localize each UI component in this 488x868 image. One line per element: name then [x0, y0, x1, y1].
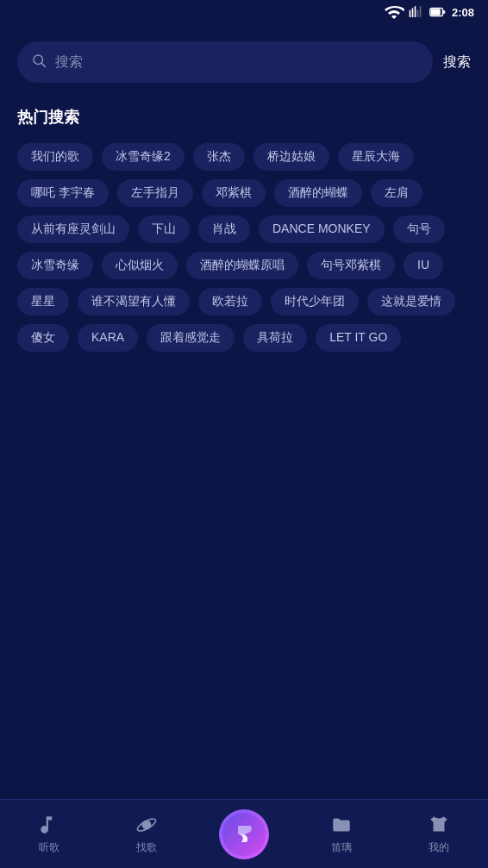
- hot-search-title: 热门搜索: [17, 107, 471, 128]
- nav-item-folder[interactable]: 笛璃: [293, 814, 391, 855]
- tag-item[interactable]: 邓紫棋: [202, 179, 266, 207]
- planet-icon: [135, 814, 158, 836]
- svg-rect-2: [442, 10, 445, 14]
- status-icons: 2:08: [384, 2, 474, 22]
- tag-item[interactable]: 傻女: [17, 324, 69, 352]
- svg-point-5: [141, 820, 151, 829]
- search-icon: [31, 53, 47, 72]
- tags-container: 我们的歌冰雪奇缘2张杰桥边姑娘星辰大海哪吒 李宇春左手指月邓紫棋酒醉的蝴蝶左肩从…: [17, 143, 471, 352]
- tag-item[interactable]: 酒醉的蝴蝶: [274, 179, 362, 207]
- tag-item[interactable]: LET IT GO: [316, 324, 401, 352]
- nav-item-mine[interactable]: 我的: [391, 814, 488, 855]
- tag-item[interactable]: IU: [404, 252, 443, 279]
- tag-item[interactable]: 谁不渴望有人懂: [78, 288, 190, 315]
- nav-label-listen: 听歌: [39, 840, 59, 855]
- tag-item[interactable]: 星星: [17, 288, 69, 315]
- music-icon: [38, 814, 60, 836]
- logo-icon: [231, 821, 257, 847]
- tag-item[interactable]: 左手指月: [117, 179, 193, 207]
- tag-item[interactable]: 欧若拉: [198, 288, 262, 315]
- wifi-icon: [384, 2, 404, 22]
- tag-item[interactable]: 我们的歌: [17, 143, 93, 171]
- tag-item[interactable]: 时代少年团: [271, 288, 359, 315]
- tag-item[interactable]: 左肩: [371, 179, 422, 207]
- tag-item[interactable]: 心似烟火: [102, 252, 178, 279]
- signal-icon: [409, 4, 424, 20]
- main-content: 搜索 搜索 热门搜索 我们的歌冰雪奇缘2张杰桥边姑娘星辰大海哪吒 李宇春左手指月…: [0, 24, 488, 352]
- tag-item[interactable]: 下山: [138, 215, 190, 243]
- tag-item[interactable]: KARA: [78, 324, 138, 352]
- tag-item[interactable]: 从前有座灵剑山: [17, 215, 129, 243]
- tag-item[interactable]: 冰雪奇缘2: [102, 143, 185, 171]
- battery-icon: [429, 3, 447, 22]
- svg-rect-1: [431, 9, 441, 15]
- tag-item[interactable]: 句号: [393, 215, 445, 243]
- nav-label-folder: 笛璃: [331, 840, 352, 855]
- tag-item[interactable]: 肖战: [198, 215, 250, 243]
- search-button[interactable]: 搜索: [443, 53, 471, 72]
- nav-item-listen[interactable]: 听歌: [0, 814, 97, 855]
- tag-item[interactable]: 酒醉的蝴蝶原唱: [186, 252, 298, 279]
- nav-label-mine: 我的: [429, 840, 449, 855]
- tag-item[interactable]: 具荷拉: [243, 324, 307, 352]
- shirt-icon: [428, 814, 450, 836]
- tag-item[interactable]: 桥边姑娘: [253, 143, 329, 171]
- status-bar: 2:08: [0, 0, 488, 24]
- tag-item[interactable]: 张杰: [193, 143, 245, 171]
- nav-item-find[interactable]: 找歌: [97, 814, 195, 855]
- tag-item[interactable]: 哪吒 李宇春: [17, 179, 109, 207]
- tag-item[interactable]: 这就是爱情: [367, 288, 455, 315]
- search-row: 搜索 搜索: [17, 41, 471, 83]
- search-placeholder: 搜索: [55, 53, 83, 72]
- tag-item[interactable]: 冰雪奇缘: [17, 252, 93, 279]
- time-display: 2:08: [452, 6, 474, 19]
- center-logo-button[interactable]: [219, 809, 269, 859]
- search-box[interactable]: 搜索: [17, 41, 433, 83]
- tag-item[interactable]: 跟着感觉走: [147, 324, 235, 352]
- tag-item[interactable]: DANCE MONKEY: [259, 215, 385, 243]
- nav-label-find: 找歌: [136, 840, 157, 855]
- tag-item[interactable]: 星辰大海: [338, 143, 414, 171]
- folder-icon: [330, 814, 353, 836]
- tag-item[interactable]: 句号邓紫棋: [307, 252, 395, 279]
- bottom-nav: 听歌 找歌 笛璃 我的: [0, 799, 488, 868]
- nav-item-center[interactable]: [195, 809, 292, 859]
- svg-line-4: [41, 63, 45, 66]
